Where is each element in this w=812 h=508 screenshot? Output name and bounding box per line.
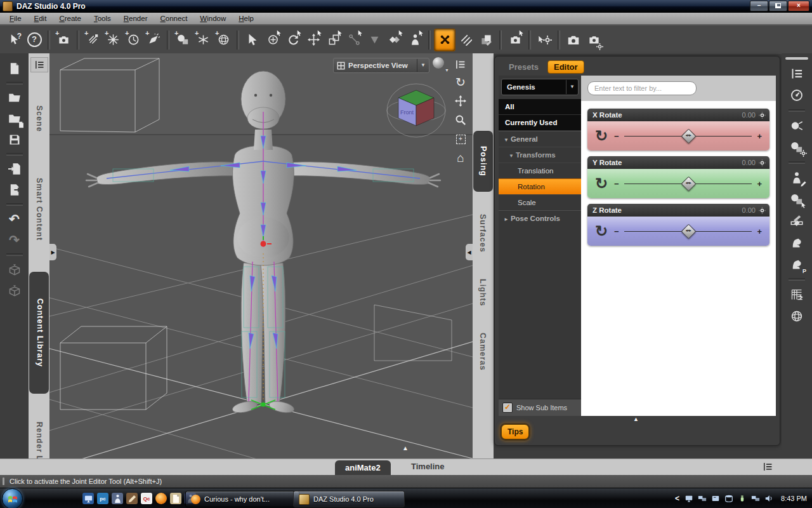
viewport-options-button[interactable] bbox=[453, 57, 467, 71]
export-button[interactable] bbox=[7, 182, 22, 197]
actor-wardrobe-button[interactable] bbox=[789, 118, 804, 133]
expand-bottom-pane-handle[interactable]: ▲ bbox=[402, 444, 409, 451]
bone-tool[interactable] bbox=[344, 29, 364, 51]
menu-window[interactable]: Window bbox=[194, 14, 232, 23]
joint-editor-tool[interactable] bbox=[434, 29, 455, 51]
nav-item-currently-used[interactable]: Currently Used bbox=[499, 115, 581, 131]
weight-rigging-button[interactable]: P bbox=[789, 257, 804, 272]
nav-item-all[interactable]: All bbox=[499, 99, 581, 115]
collapse-left-pane-handle[interactable]: ▶ bbox=[49, 244, 56, 260]
slider-handle[interactable]: ◂•▸ bbox=[681, 128, 696, 144]
decrement-button[interactable]: − bbox=[614, 227, 619, 236]
slider-track[interactable]: ◂•▸ bbox=[624, 217, 752, 246]
redo-button[interactable]: ↷ bbox=[7, 232, 22, 248]
open-file-button[interactable] bbox=[7, 90, 22, 105]
node-selection-tool[interactable] bbox=[242, 29, 263, 51]
gear-icon[interactable] bbox=[759, 112, 766, 119]
pane-group-options-button[interactable] bbox=[789, 66, 804, 81]
increment-button[interactable]: + bbox=[757, 179, 762, 189]
restore-button[interactable] bbox=[769, 1, 787, 11]
nav-group-pose-controls[interactable]: ►Pose Controls bbox=[499, 210, 581, 226]
nav-group-general[interactable]: ▼General bbox=[499, 131, 581, 147]
close-button[interactable]: × bbox=[788, 1, 809, 11]
nav-item-translation[interactable]: Translation bbox=[499, 163, 581, 178]
storage-tray-icon[interactable] bbox=[724, 493, 734, 504]
orbit-camera-control[interactable]: ↻ bbox=[454, 75, 468, 89]
menu-tools[interactable]: Tools bbox=[88, 14, 117, 23]
power-tray-icon[interactable] bbox=[737, 493, 747, 504]
show-sub-items-checkbox[interactable]: ✓ bbox=[502, 403, 513, 413]
bottom-pane-options-icon[interactable] bbox=[763, 462, 773, 472]
slider-value[interactable]: 0.00 bbox=[742, 206, 756, 214]
show-desktop-icon[interactable] bbox=[82, 493, 94, 504]
document-app-icon[interactable] bbox=[170, 493, 181, 504]
tab-presets[interactable]: Presets bbox=[505, 61, 542, 73]
slider-value[interactable]: 0.00 bbox=[742, 111, 756, 119]
slider-handle[interactable]: ◂•▸ bbox=[681, 176, 696, 191]
pc-app-icon[interactable]: pc bbox=[97, 493, 108, 504]
gear-icon[interactable] bbox=[759, 159, 766, 166]
new-distant-light-button[interactable]: + bbox=[82, 29, 103, 51]
tab-smart-content[interactable]: Smart Content bbox=[30, 154, 48, 265]
new-spotlight-button[interactable]: + bbox=[143, 29, 164, 51]
figure-selector-dropdown-icon[interactable]: ▼ bbox=[566, 80, 578, 94]
translate-tool[interactable] bbox=[303, 29, 324, 51]
tab-posing[interactable]: Posing bbox=[473, 131, 493, 192]
slider-track[interactable]: ◂•▸ bbox=[624, 121, 752, 150]
menu-file[interactable]: File bbox=[4, 14, 27, 23]
menu-connect[interactable]: Connect bbox=[155, 14, 193, 23]
tab-animate2[interactable]: aniMate2 bbox=[335, 460, 391, 476]
gear-icon[interactable] bbox=[759, 207, 766, 214]
scroll-up-indicator[interactable]: ▲ bbox=[633, 416, 639, 422]
daz-figure-icon[interactable] bbox=[112, 493, 123, 504]
surface-selection-tool[interactable] bbox=[384, 29, 405, 51]
menu-help[interactable]: Help bbox=[233, 14, 259, 23]
weight-map-brush-tool[interactable] bbox=[476, 29, 496, 51]
tab-timeline[interactable]: Timeline bbox=[411, 462, 445, 471]
tab-cameras[interactable]: Cameras bbox=[474, 323, 492, 380]
tab-lights[interactable]: Lights bbox=[474, 271, 492, 315]
new-camera-button[interactable]: + bbox=[53, 29, 74, 51]
open-recent-button[interactable] bbox=[7, 111, 22, 126]
new-primitive-button[interactable]: + bbox=[173, 29, 193, 51]
environment-button[interactable] bbox=[789, 309, 804, 324]
collapse-right-pane-handle[interactable]: ◀ bbox=[466, 244, 473, 260]
new-point-light-button[interactable]: + bbox=[103, 29, 123, 51]
install-content-button[interactable] bbox=[7, 283, 22, 298]
display-tray-icon[interactable] bbox=[697, 493, 707, 504]
new-web-node-button[interactable]: + bbox=[213, 29, 233, 51]
slider-handle[interactable]: ◂•▸ bbox=[681, 224, 696, 239]
decrement-button[interactable]: − bbox=[614, 131, 619, 141]
menu-create[interactable]: Create bbox=[53, 14, 87, 23]
decrement-button[interactable]: − bbox=[614, 179, 619, 189]
pose-animate-button[interactable] bbox=[789, 140, 804, 155]
taskbar-window-daz-studio[interactable]: DAZ Studio 4.0 Pro bbox=[293, 491, 405, 507]
tab-content-library[interactable]: Content Library bbox=[29, 272, 49, 394]
surfaces-activity-button[interactable] bbox=[789, 192, 804, 207]
new-file-button[interactable] bbox=[7, 61, 22, 76]
nav-item-rotation[interactable]: Rotation bbox=[499, 178, 581, 194]
slider-value[interactable]: 0.00 bbox=[742, 159, 756, 166]
taskbar-window-firefox[interactable]: Curious - why don't... bbox=[185, 491, 299, 507]
cone-tool[interactable] bbox=[364, 29, 384, 51]
view-selector[interactable]: Perspective View ▼ bbox=[333, 58, 429, 73]
tray-expand-chevron[interactable]: < bbox=[675, 494, 679, 503]
geometry-transfer-button[interactable] bbox=[789, 287, 804, 302]
frame-camera-control[interactable]: + bbox=[454, 132, 468, 146]
viewport-3d[interactable]: Front Perspective View ▼ ▼ ↻ + ⌂ ▶ ◀ ▲ bbox=[49, 53, 473, 458]
figure-selection-tool[interactable] bbox=[405, 29, 425, 51]
firefox-icon[interactable] bbox=[155, 493, 167, 504]
hammer-tool-icon[interactable] bbox=[126, 493, 138, 504]
network-tray-icon[interactable] bbox=[750, 493, 761, 504]
import-button[interactable] bbox=[7, 161, 22, 177]
memory-card-tray-icon[interactable] bbox=[710, 493, 721, 504]
figure-selector[interactable]: Genesis ▼ bbox=[501, 79, 579, 95]
tab-surfaces[interactable]: Surfaces bbox=[474, 204, 492, 262]
spot-render-tool[interactable] bbox=[505, 29, 525, 51]
nav-group-transforms[interactable]: ▼Transforms bbox=[499, 147, 581, 163]
new-linear-point-light-button[interactable]: + bbox=[123, 29, 143, 51]
increment-button[interactable]: + bbox=[757, 131, 762, 141]
activity-compass-button[interactable] bbox=[789, 88, 804, 103]
viewport-scene[interactable]: Front bbox=[49, 53, 473, 458]
render-settings-button[interactable] bbox=[584, 29, 604, 51]
